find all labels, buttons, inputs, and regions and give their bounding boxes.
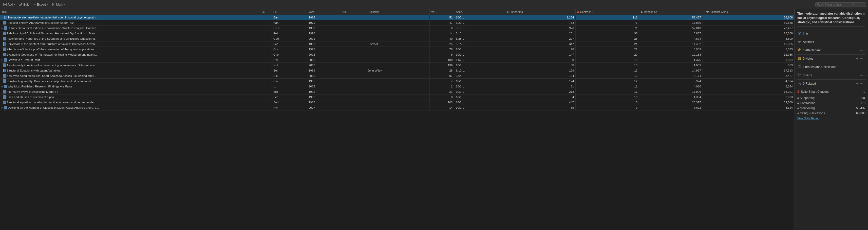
section-header-tags[interactable]: 0 Tags + ⋯ ›: [797, 71, 865, 79]
edit-button[interactable]: Edit: [18, 2, 30, 7]
title-cell[interactable]: ▶ Growth in a Time of Debt: [0, 58, 254, 63]
title-cell[interactable]: Structural equation modeling in practice…: [0, 100, 254, 105]
expand-arrow[interactable]: ▶: [2, 27, 3, 29]
scite-header[interactable]: S Scite Smart Citations ▲: [797, 90, 865, 93]
section-header-abstract[interactable]: Abstract ›: [797, 38, 865, 46]
title-cell[interactable]: ▶ The moderator–mediator variable distin…: [0, 15, 254, 20]
title-cell[interactable]: Prospect Theory: An Analysis of Decision…: [0, 20, 254, 26]
title-cell[interactable]: ▶ Why Most Published Research Findings A…: [0, 84, 254, 89]
attach-cell: [254, 20, 272, 26]
add-button[interactable]: Add ▾: [2, 2, 16, 7]
section-header-libraries[interactable]: Libraries and Collections + ⋯ ›: [797, 63, 865, 71]
table-row[interactable]: Constructing validity: Basic issues in o…: [0, 79, 795, 84]
attach-cell: [254, 79, 272, 84]
expand-arrow[interactable]: ▶: [2, 85, 3, 88]
table-row[interactable]: ▶ Why Most Published Research Findings A…: [0, 84, 795, 89]
search-input[interactable]: [821, 3, 851, 6]
col-header-author[interactable]: Au...: [341, 9, 366, 15]
volume-cell: 47: [429, 20, 454, 26]
expand-arrow[interactable]: ▶: [2, 59, 3, 61]
table-row[interactable]: Structural Equations with Latent Variabl…: [0, 68, 795, 73]
table-row[interactable]: A meta-analytic review of achievement go…: [0, 63, 795, 68]
title-cell[interactable]: Psychometric Properties of the Strengths…: [0, 36, 254, 41]
col-header-total[interactable]: Total Distinct Citing ...: [703, 9, 794, 15]
table-row[interactable]: New Well-being Measures: Short Scales to…: [0, 73, 795, 79]
scite-report-link[interactable]: View Scite Report: [797, 117, 865, 120]
accessed-cell: 9/6/...: [454, 73, 505, 79]
table-row[interactable]: Psychometric Properties of the Strengths…: [0, 36, 795, 41]
section-header-attachment[interactable]: 1 Attachment + ⋯ ›: [797, 46, 865, 54]
title-cell[interactable]: Constructing validity: Basic issues in o…: [0, 79, 254, 84]
title-cell[interactable]: A meta-analytic review of achievement go…: [0, 63, 254, 68]
title-text: Psychometric Properties of the Strengths…: [7, 37, 97, 40]
title-cell[interactable]: Universals in the Content and Structure …: [0, 41, 254, 47]
title-cell[interactable]: New Well-being Measures: Short Scales to…: [0, 73, 254, 79]
col-header-volume[interactable]: Vo...: [429, 9, 454, 15]
title-cell[interactable]: Relationship of Childhood Abuse and Hous…: [0, 31, 254, 36]
col-header-publisher[interactable]: Publisher: [366, 9, 430, 15]
table-row[interactable]: Relationship of Childhood Abuse and Hous…: [0, 31, 795, 36]
doc-icon: [3, 37, 6, 40]
col-header-year[interactable]: Year: [307, 9, 341, 15]
table-row[interactable]: ▶ Growth in a Time of Debt Rei 2010 100 …: [0, 58, 795, 63]
publisher-cell: John Wiley ...: [366, 68, 430, 73]
title-cell[interactable]: Evaluating Goodness-of-Fit Indexes for T…: [0, 52, 254, 58]
table-row[interactable]: Uses and abuses of coefficient alpha. Sc…: [0, 94, 795, 100]
title-cell[interactable]: What is coefficient alpha? An examinatio…: [0, 47, 254, 52]
contrasting-cell: 9: [576, 105, 639, 110]
search-dropdown-arrow[interactable]: ▾: [852, 3, 854, 6]
table-row[interactable]: What is coefficient alpha? An examinatio…: [0, 47, 795, 52]
contrasting-cell: 13: [576, 68, 639, 73]
section-add-button-related[interactable]: +: [856, 82, 859, 85]
year-cell: 2010: [307, 63, 341, 68]
col-header-attach[interactable]: 📎: [254, 9, 272, 15]
col-header-accessed[interactable]: Acce...: [454, 9, 505, 15]
mark-icon: [52, 3, 56, 6]
title-cell[interactable]: Uses and abuses of coefficient alpha.: [0, 94, 254, 100]
creator-cell: Clar: [272, 79, 307, 84]
title-cell[interactable]: ▶ Cutoff criteria for fit indexes in cov…: [0, 26, 254, 31]
mark-button[interactable]: Mark ▾: [51, 2, 66, 7]
section-header-info[interactable]: i Info ›: [797, 30, 865, 38]
volume-cell: 8: [429, 94, 454, 100]
section-more-button-tags[interactable]: ⋯: [860, 74, 864, 77]
section-more-button-related[interactable]: ⋯: [860, 82, 864, 85]
col-header-title[interactable]: Title: [0, 9, 254, 15]
svg-line-16: [799, 83, 800, 83]
col-header-creator[interactable]: Cr...: [272, 9, 307, 15]
expand-arrow[interactable]: ▶: [2, 16, 3, 19]
section-actions-tags: + ⋯ ›: [856, 74, 865, 77]
expand-arrow[interactable]: ▶: [2, 106, 3, 109]
creator-cell: Cor: [272, 47, 307, 52]
section-add-button-libraries[interactable]: +: [856, 65, 859, 69]
table-row[interactable]: Prospect Theory: An Analysis of Decision…: [0, 20, 795, 26]
section-header-notes[interactable]: 0 Notes + ⋯ ›: [797, 54, 865, 63]
table-row[interactable]: ▶ Cutoff criteria for fit indexes in cov…: [0, 26, 795, 31]
section-more-button-notes[interactable]: ⋯: [860, 57, 864, 61]
export-button[interactable]: Export ▾: [31, 2, 49, 7]
table-row[interactable]: Evaluating Goodness-of-Fit Indexes for T…: [0, 52, 795, 58]
table-row[interactable]: Structural equation modeling in practice…: [0, 100, 795, 105]
section-more-button-libraries[interactable]: ⋯: [860, 65, 864, 69]
col-header-supporting[interactable]: Supporting: [505, 9, 576, 15]
title-text: Constructing validity: Basic issues in o…: [7, 80, 92, 83]
section-header-related[interactable]: 0 Related + ⋯ ›: [797, 80, 865, 88]
section-add-button-tags[interactable]: +: [856, 74, 859, 77]
col-header-contrasting[interactable]: Contrast...: [576, 9, 639, 15]
section-add-button-attachment[interactable]: +: [856, 48, 859, 52]
table-row[interactable]: Alternative Ways of Assessing Model Fit …: [0, 89, 795, 94]
scite-stat-row: # Mentioning 55,437: [797, 106, 865, 111]
search-icon: [817, 3, 820, 6]
table-row[interactable]: ▶ The moderator–mediator variable distin…: [0, 15, 795, 20]
section-add-button-notes[interactable]: +: [856, 57, 859, 61]
section-more-button-attachment[interactable]: ⋯: [860, 48, 864, 52]
table-row[interactable]: Universals in the Content and Structure …: [0, 41, 795, 47]
table-row[interactable]: ▶ Deciding on the Number of Classes in L…: [0, 105, 795, 110]
author-cell: [341, 73, 366, 79]
publisher-cell: [366, 31, 430, 36]
title-cell[interactable]: Structural Equations with Latent Variabl…: [0, 68, 254, 73]
title-cell[interactable]: Alternative Ways of Assessing Model Fit: [0, 89, 254, 94]
col-header-mentioning[interactable]: Mentioning: [639, 9, 703, 15]
title-text: Deciding on the Number of Classes in Lat…: [8, 106, 99, 109]
title-cell[interactable]: ▶ Deciding on the Number of Classes in L…: [0, 105, 254, 110]
